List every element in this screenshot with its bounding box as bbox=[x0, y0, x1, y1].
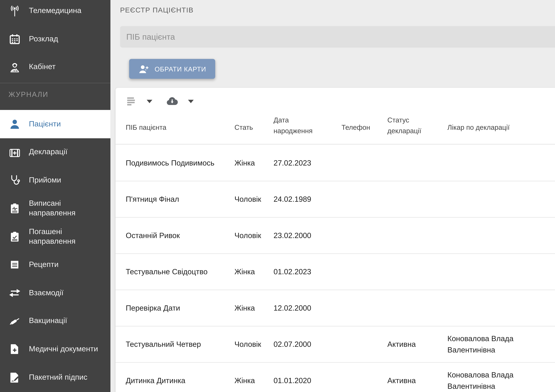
receipt-icon bbox=[8, 259, 21, 271]
table-row[interactable]: П'ятниця ФіналЧоловік24.02.1989І280632Ам… bbox=[116, 181, 555, 218]
main-area: РЕЄСТР ПАЦІЄНТІВ ОБРАТИ КАРТИ Телемедици… bbox=[110, 0, 555, 392]
first-aid-icon bbox=[8, 146, 21, 158]
sidebar-item-label: Взаємодії bbox=[29, 288, 103, 298]
sidebar-item-vaccinations[interactable]: Вакцинації bbox=[0, 307, 110, 335]
list-menu-icon[interactable] bbox=[126, 95, 138, 107]
clipboard-pulse-icon bbox=[8, 202, 21, 215]
sidebar-divider bbox=[0, 83, 110, 83]
cell-declaration-status: Активна bbox=[387, 375, 434, 386]
sidebar-item-label: Рецепти bbox=[29, 260, 103, 270]
patients-table-card: ПІБ пацієнтаСтатьДата народженняТелефонС… bbox=[116, 88, 555, 392]
sidebar-item-label: Телемедицина bbox=[29, 7, 103, 16]
cell-name: П'ятниця Фінал bbox=[126, 193, 231, 205]
sidebar-item-label: Декларації bbox=[29, 148, 103, 157]
sidebar-item-label: Вакцинації bbox=[29, 317, 103, 326]
select-cards-button[interactable]: ОБРАТИ КАРТИ bbox=[129, 59, 215, 79]
sidebar-section-label: ЖУРНАЛИ bbox=[8, 91, 105, 98]
cell-name: Тестувальний Четвер bbox=[126, 339, 231, 350]
cell-birth-date: 01.01.2020 bbox=[273, 375, 327, 386]
transfer-arrows-icon bbox=[8, 287, 21, 299]
cell-birth-date: 01.02.2023 bbox=[273, 266, 327, 277]
cell-declaration-doctor: Коновалова Влада Валентинівна bbox=[447, 333, 524, 355]
sidebar-item-prescriptions[interactable]: Рецепти bbox=[0, 251, 110, 279]
sidebar-item-telemedicine[interactable]: Телемедицина bbox=[0, 0, 110, 25]
cell-birth-date: 23.02.2000 bbox=[273, 230, 327, 241]
list-menu-caret-icon[interactable] bbox=[147, 100, 152, 103]
table-row[interactable]: Перевірка ДатиЖінка12.02.2000І280610Амбу… bbox=[116, 290, 555, 326]
cell-declaration-status: Активна bbox=[387, 339, 434, 350]
person-icon bbox=[8, 118, 21, 130]
cell-gender: Чоловік bbox=[234, 339, 270, 350]
search-input[interactable] bbox=[120, 26, 555, 48]
syringe-icon bbox=[8, 315, 21, 327]
person-add-icon bbox=[138, 63, 150, 74]
sidebar: ТелемедицинаРозкладКабінет ЖУРНАЛИ Паціє… bbox=[0, 0, 110, 392]
cell-gender: Жінка bbox=[234, 375, 270, 386]
table-row[interactable]: Дитинка ДитинкаЖінка01.01.2020АктивнаКон… bbox=[116, 363, 555, 392]
doctor-icon bbox=[8, 61, 21, 74]
column-header-6[interactable]: Лікар по декларації bbox=[447, 115, 538, 140]
sidebar-item-label: Прийоми bbox=[29, 176, 103, 185]
sidebar-item-label: Медичні документи bbox=[29, 345, 103, 354]
sidebar-item-label: Пацієнти bbox=[29, 119, 103, 129]
cell-gender: Жінка bbox=[234, 266, 270, 277]
cell-birth-date: 24.02.1989 bbox=[273, 193, 327, 205]
app-window: ТелемедицинаРозкладКабінет ЖУРНАЛИ Паціє… bbox=[0, 0, 555, 392]
cell-birth-date: 27.02.2023 bbox=[273, 157, 327, 169]
document-plus-icon bbox=[8, 343, 21, 355]
sidebar-item-schedule[interactable]: Розклад bbox=[0, 25, 110, 53]
cell-birth-date: 12.02.2000 bbox=[273, 302, 327, 314]
calendar-icon bbox=[8, 33, 21, 45]
sidebar-item-label: Кабінет bbox=[29, 63, 103, 72]
clipboard-check-icon bbox=[8, 230, 21, 243]
cell-declaration-doctor: Коновалова Влада Валентинівна bbox=[447, 369, 524, 392]
table-row[interactable]: Останній РивокЧоловік23.02.2000І280627Ам… bbox=[116, 218, 555, 254]
column-header-2[interactable]: Стать bbox=[234, 115, 270, 140]
page-title: РЕЄСТР ПАЦІЄНТІВ bbox=[120, 6, 194, 14]
screen: ТелемедицинаРозкладКабінет ЖУРНАЛИ Паціє… bbox=[0, 0, 555, 392]
table-row[interactable]: Тестувальний ЧетверЧоловік02.07.2000Акти… bbox=[116, 326, 555, 363]
sidebar-item-cabinet[interactable]: Кабінет bbox=[0, 53, 110, 81]
sidebar-item-label: Розклад bbox=[29, 35, 103, 44]
cell-gender: Чоловік bbox=[234, 230, 270, 241]
table-header-row: ПІБ пацієнтаСтатьДата народженняТелефонС… bbox=[116, 111, 555, 145]
sidebar-item-interactions[interactable]: Взаємодії bbox=[0, 279, 110, 307]
sidebar-item-label: Погашені направлення bbox=[29, 227, 103, 246]
sidebar-item-label: Пакетний підпис bbox=[29, 373, 103, 382]
cell-name: Перевірка Дати bbox=[126, 302, 231, 314]
table-row[interactable]: Тестувальне СвідоцтвоЖінка01.02.2023І280… bbox=[116, 254, 555, 290]
table-row[interactable]: Подивимось ПодивимосьЖінка27.02.2023І280… bbox=[116, 145, 555, 181]
sidebar-item-label: Виписані направлення bbox=[29, 199, 103, 218]
cell-name: Подивимось Подивимось bbox=[126, 157, 231, 169]
cell-name: Останній Ривок bbox=[126, 230, 231, 241]
column-header-5[interactable]: Статус декларації bbox=[387, 115, 434, 140]
column-header-4[interactable]: Телефон bbox=[342, 115, 387, 140]
cell-name: Тестувальне Свідоцтво bbox=[126, 266, 231, 277]
stethoscope-icon bbox=[8, 174, 21, 187]
cell-gender: Жінка bbox=[234, 157, 270, 169]
cell-gender: Жінка bbox=[234, 302, 270, 314]
sidebar-item-issued-referrals[interactable]: Виписані направлення bbox=[0, 194, 110, 223]
column-header-1[interactable]: ПІБ пацієнта bbox=[126, 115, 231, 140]
sidebar-item-redeemed-referrals[interactable]: Погашені направлення bbox=[0, 223, 110, 251]
sidebar-item-medical-documents[interactable]: Медичні документи bbox=[0, 335, 110, 363]
sidebar-item-batch-signature[interactable]: Пакетний підпис bbox=[0, 363, 110, 392]
sidebar-item-patients[interactable]: Пацієнти bbox=[0, 110, 110, 138]
cell-name: Дитинка Дитинка bbox=[126, 375, 231, 386]
antenna-icon bbox=[8, 5, 21, 17]
cell-birth-date: 02.07.2000 bbox=[273, 339, 327, 350]
export-caret-icon[interactable] bbox=[188, 100, 194, 103]
cloud-download-icon[interactable] bbox=[165, 94, 179, 108]
column-header-3[interactable]: Дата народження bbox=[273, 115, 323, 140]
cell-gender: Чоловік bbox=[234, 193, 270, 205]
sidebar-item-appointments[interactable]: Прийоми bbox=[0, 166, 110, 194]
sidebar-item-declarations[interactable]: Декларації bbox=[0, 138, 110, 166]
document-sign-icon bbox=[8, 371, 21, 384]
search-bar bbox=[120, 26, 555, 48]
